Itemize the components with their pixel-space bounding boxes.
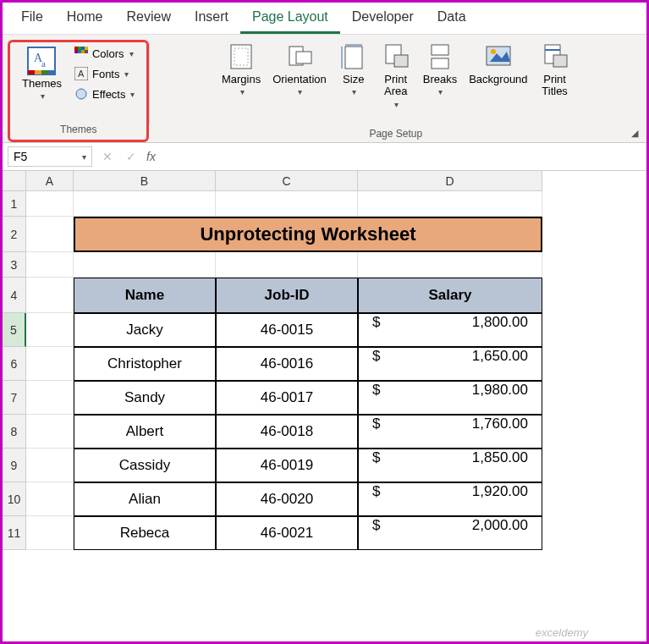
- cancel-formula-button[interactable]: ✕: [99, 150, 116, 163]
- row-header[interactable]: 1: [3, 191, 26, 217]
- page-setup-launcher[interactable]: ◢: [631, 128, 638, 139]
- cell-salary[interactable]: $1,980.00: [358, 381, 542, 415]
- cell-name[interactable]: Jacky: [74, 313, 216, 347]
- chevron-down-icon: ▾: [438, 87, 443, 96]
- cell-jobid[interactable]: 46-0017: [216, 381, 358, 415]
- fonts-icon: A: [74, 66, 89, 81]
- cell-jobid[interactable]: 46-0016: [216, 347, 358, 381]
- enter-formula-button[interactable]: ✓: [123, 150, 140, 163]
- print-area-button[interactable]: Print Area▾: [377, 40, 415, 111]
- row-header[interactable]: 3: [3, 252, 26, 278]
- svg-rect-21: [296, 52, 311, 63]
- tab-developer[interactable]: Developer: [340, 3, 426, 34]
- cell[interactable]: [358, 191, 542, 217]
- fonts-button[interactable]: A Fonts▾: [70, 64, 139, 83]
- svg-rect-12: [78, 50, 81, 53]
- cell-jobid[interactable]: 46-0019: [216, 449, 358, 482]
- cell[interactable]: [74, 252, 216, 278]
- cell[interactable]: [26, 516, 74, 550]
- chevron-down-icon: ▾: [298, 87, 302, 96]
- tab-review[interactable]: Review: [114, 3, 182, 34]
- breaks-label: Breaks: [423, 74, 457, 85]
- row-header[interactable]: 10: [3, 482, 26, 516]
- cell[interactable]: [358, 252, 542, 278]
- row-header[interactable]: 7: [3, 381, 26, 415]
- themes-icon: Aa: [26, 46, 57, 76]
- tab-file[interactable]: File: [9, 3, 55, 34]
- cell-jobid[interactable]: 46-0021: [216, 516, 358, 550]
- svg-rect-14: [85, 50, 88, 53]
- cell[interactable]: [26, 415, 74, 449]
- cell[interactable]: [26, 191, 74, 217]
- cell-salary[interactable]: $1,650.00: [358, 347, 542, 381]
- cell[interactable]: [216, 191, 358, 217]
- select-all-corner[interactable]: [3, 171, 26, 191]
- title-cell[interactable]: Unprotecting Worksheet: [74, 217, 542, 252]
- row-header[interactable]: 2: [3, 217, 26, 252]
- size-button[interactable]: Size▾: [335, 40, 372, 98]
- tab-data[interactable]: Data: [426, 3, 478, 34]
- row-header[interactable]: 5: [3, 313, 26, 347]
- cell[interactable]: [74, 191, 216, 217]
- cell-salary[interactable]: $1,850.00: [358, 449, 542, 482]
- margins-button[interactable]: Margins▾: [218, 40, 264, 98]
- cell[interactable]: [216, 252, 358, 278]
- col-header-a[interactable]: A: [26, 171, 74, 191]
- tab-page-layout[interactable]: Page Layout: [240, 3, 340, 34]
- cell-name[interactable]: Alian: [74, 482, 216, 516]
- header-name[interactable]: Name: [74, 278, 216, 313]
- orientation-icon: [284, 41, 315, 72]
- breaks-button[interactable]: Breaks▾: [420, 40, 460, 98]
- colors-button[interactable]: Colors▾: [70, 44, 139, 63]
- row-header[interactable]: 6: [3, 347, 26, 381]
- background-button[interactable]: Background: [465, 40, 531, 87]
- themes-label: Themes: [22, 78, 62, 90]
- print-area-label: Print Area: [384, 74, 407, 98]
- cell[interactable]: [26, 482, 74, 516]
- svg-rect-11: [74, 50, 78, 53]
- cell[interactable]: [26, 217, 74, 252]
- chevron-down-icon: ▾: [394, 100, 399, 109]
- cell-name[interactable]: Cassidy: [74, 449, 216, 482]
- svg-rect-5: [41, 70, 48, 74]
- print-titles-button[interactable]: Print Titles: [536, 40, 574, 100]
- cell-salary[interactable]: $1,920.00: [358, 482, 542, 516]
- cell-name[interactable]: Sandy: [74, 381, 216, 415]
- orientation-button[interactable]: Orientation▾: [269, 40, 330, 98]
- cell-name[interactable]: Christopher: [74, 347, 216, 381]
- svg-rect-4: [35, 70, 41, 74]
- row-header[interactable]: 8: [3, 415, 26, 449]
- cell[interactable]: [26, 347, 74, 381]
- cell[interactable]: [26, 449, 74, 482]
- header-salary[interactable]: Salary: [358, 278, 542, 313]
- cell[interactable]: [26, 278, 74, 313]
- header-jobid[interactable]: Job-ID: [216, 278, 358, 313]
- cell-salary[interactable]: $1,760.00: [358, 415, 542, 449]
- row-header[interactable]: 11: [3, 516, 26, 550]
- cell-salary[interactable]: $2,000.00: [358, 516, 542, 550]
- cell-salary[interactable]: $1,800.00: [358, 313, 542, 347]
- col-header-c[interactable]: C: [216, 171, 358, 191]
- cell[interactable]: [26, 252, 74, 278]
- cell-name[interactable]: Rebeca: [74, 516, 216, 550]
- cell[interactable]: [26, 381, 74, 415]
- svg-point-31: [491, 49, 496, 54]
- cell-jobid[interactable]: 46-0020: [216, 482, 358, 516]
- name-box[interactable]: F5 ▾: [8, 146, 92, 167]
- formula-input[interactable]: [162, 148, 641, 165]
- col-header-b[interactable]: B: [74, 171, 216, 191]
- row-header[interactable]: 4: [3, 278, 26, 313]
- tab-home[interactable]: Home: [55, 3, 115, 34]
- chevron-down-icon: ▾: [240, 87, 245, 96]
- group-label-themes: Themes: [19, 121, 138, 138]
- row-header[interactable]: 9: [3, 449, 26, 482]
- fx-icon[interactable]: fx: [146, 150, 156, 163]
- effects-button[interactable]: Effects▾: [70, 85, 139, 103]
- cell[interactable]: [26, 313, 74, 347]
- cell-name[interactable]: Albert: [74, 415, 216, 449]
- themes-button[interactable]: Aa Themes ▾: [19, 44, 65, 102]
- tab-insert[interactable]: Insert: [183, 3, 240, 34]
- col-header-d[interactable]: D: [358, 171, 542, 191]
- cell-jobid[interactable]: 46-0018: [216, 415, 358, 449]
- cell-jobid[interactable]: 46-0015: [216, 313, 358, 347]
